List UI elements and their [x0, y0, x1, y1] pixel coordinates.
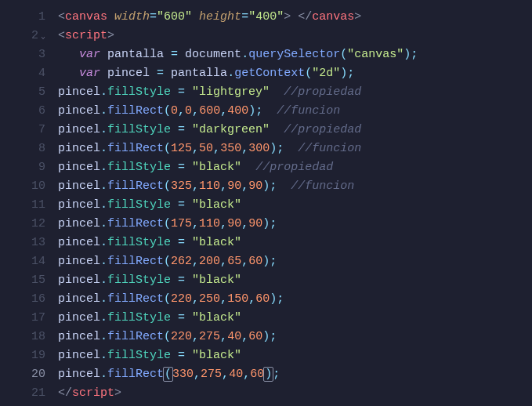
line-number: 2⌄: [0, 27, 45, 45]
line-number: 8: [0, 140, 45, 158]
code-line[interactable]: pincel.fillRect(262,200,65,60);: [58, 252, 532, 271]
code-line[interactable]: pincel.fillRect(125,50,350,300); //funci…: [58, 140, 532, 158]
code-line[interactable]: pincel.fillRect(325,110,90,90); //funcio…: [58, 177, 532, 196]
code-line[interactable]: pincel.fillStyle = "black" //propiedad: [58, 158, 532, 177]
line-number: 11: [0, 196, 45, 215]
line-number: 19: [0, 346, 45, 365]
code-line[interactable]: pincel.fillRect(220,250,150,60);: [58, 290, 532, 309]
line-number: 4: [0, 64, 45, 83]
line-number: 18: [0, 328, 45, 346]
code-line[interactable]: pincel.fillStyle = "black": [58, 196, 532, 215]
code-line[interactable]: </script>: [58, 384, 532, 403]
code-line[interactable]: pincel.fillRect(175,110,90,90);: [58, 215, 532, 234]
code-line[interactable]: var pantalla = document.querySelector("c…: [58, 45, 532, 64]
code-line[interactable]: pincel.fillRect(330,275,40,60);: [58, 365, 532, 384]
line-number: 13: [0, 234, 45, 252]
code-line[interactable]: pincel.fillStyle = "black": [58, 346, 532, 365]
line-number: 6: [0, 102, 45, 121]
line-number: 10: [0, 177, 45, 196]
fold-icon[interactable]: ⌄: [38, 32, 45, 41]
code-area[interactable]: <canvas width="600" height="400"> </canv…: [58, 8, 532, 406]
line-number: 21: [0, 384, 45, 403]
code-line[interactable]: pincel.fillStyle = "lightgrey" //propied…: [58, 83, 532, 102]
code-line[interactable]: pincel.fillRect(220,275,40,60);: [58, 328, 532, 346]
code-line[interactable]: <script>: [58, 27, 532, 45]
line-number: 17: [0, 309, 45, 328]
line-number: 14: [0, 252, 45, 271]
line-number-gutter: 12⌄3456789101112131415161718192021: [0, 8, 58, 406]
code-editor[interactable]: 12⌄3456789101112131415161718192021 <canv…: [0, 0, 532, 406]
code-line[interactable]: var pincel = pantalla.getContext("2d");: [58, 64, 532, 83]
line-number: 20: [0, 365, 45, 384]
code-line[interactable]: pincel.fillStyle = "darkgreen" //propied…: [58, 121, 532, 140]
line-number: 16: [0, 290, 45, 309]
line-number: 5: [0, 83, 45, 102]
line-number: 15: [0, 271, 45, 290]
line-number: 1: [0, 8, 45, 27]
line-number: 3: [0, 45, 45, 64]
line-number: 9: [0, 158, 45, 177]
code-line[interactable]: pincel.fillStyle = "black": [58, 271, 532, 290]
line-number: 12: [0, 215, 45, 234]
code-line[interactable]: pincel.fillStyle = "black": [58, 234, 532, 252]
code-line[interactable]: pincel.fillStyle = "black": [58, 309, 532, 328]
code-line[interactable]: <canvas width="600" height="400"> </canv…: [58, 8, 532, 27]
line-number: 7: [0, 121, 45, 140]
code-line[interactable]: pincel.fillRect(0,0,600,400); //funcion: [58, 102, 532, 121]
